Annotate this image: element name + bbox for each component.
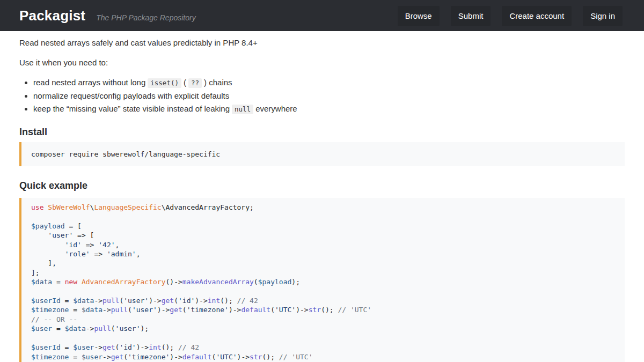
code-line: 'role' => 'admin', (31, 249, 615, 258)
feature-list: read nested arrays without longisset()(?… (19, 77, 625, 115)
bullet-text: ) chains (204, 78, 232, 87)
code-line (31, 334, 615, 343)
code-line: // -- OR -- (31, 315, 615, 324)
list-item: keep the “missing value” state visible i… (33, 103, 625, 115)
nav-browse[interactable]: Browse (398, 6, 440, 26)
brand-area: Packagist The PHP Package Repository (19, 8, 386, 24)
code-line: $user = $data->pull('user'); (31, 324, 615, 333)
quick-example-heading: Quick example (19, 179, 625, 192)
use-when-paragraph: Use it when you need to: (19, 57, 625, 69)
code-line: $timezone = $user->get('timezone')->defa… (31, 352, 615, 361)
packagist-logo[interactable]: Packagist (19, 8, 85, 24)
intro-paragraph: Read nested arrays safely and cast value… (19, 37, 625, 49)
bullet-text: ( (184, 78, 186, 87)
readme-content: Read nested arrays safely and cast value… (0, 31, 644, 362)
code-line: ], (31, 258, 615, 268)
quick-example-code-block: use SbWereWolf\LanguageSpecific\Advanced… (19, 198, 625, 362)
inline-code: ?? (188, 78, 202, 88)
code-line: ]; (31, 268, 615, 277)
nav-create-account[interactable]: Create account (502, 6, 572, 26)
code-line: 'id' => '42', (31, 240, 615, 249)
code-line: $data = new AdvancedArrayFactory()->make… (31, 277, 615, 286)
nav-sign-in[interactable]: Sign in (583, 6, 623, 26)
bullet-text: read nested arrays without long (33, 78, 145, 87)
code-line: $userId = $data->pull('user')->get('id')… (31, 296, 615, 305)
bullet-text: everywhere (255, 104, 297, 113)
install-code-block: composer require sbwerewolf/language-spe… (19, 142, 625, 166)
code-line: 'user' => [ (31, 231, 615, 240)
code-line: $timezone = $data->pull('user')->get('ti… (31, 305, 615, 314)
list-item: normalize request/config payloads with e… (33, 90, 625, 101)
bullet-text: keep the “missing value” state visible i… (33, 104, 230, 113)
code-line: $payload = [ (31, 221, 615, 231)
inline-code: null (232, 105, 253, 114)
code-line: $userId = $user->get('id')->int(); // 42 (31, 343, 615, 352)
site-tagline: The PHP Package Repository (96, 13, 195, 22)
inline-code: isset() (148, 78, 181, 88)
code-line (31, 287, 615, 296)
install-heading: Install (19, 125, 625, 138)
bullet-text: normalize request/config payloads with e… (33, 91, 229, 100)
list-item: read nested arrays without longisset()(?… (33, 77, 625, 88)
top-nav-bar: Packagist The PHP Package Repository Bro… (0, 0, 644, 31)
install-command: composer require sbwerewolf/language-spe… (31, 150, 220, 158)
code-line: use SbWereWolf\LanguageSpecific\Advanced… (31, 203, 615, 212)
nav-submit[interactable]: Submit (451, 6, 491, 26)
main-nav: Browse Submit Create account Sign in (386, 6, 623, 26)
code-line (31, 212, 615, 221)
